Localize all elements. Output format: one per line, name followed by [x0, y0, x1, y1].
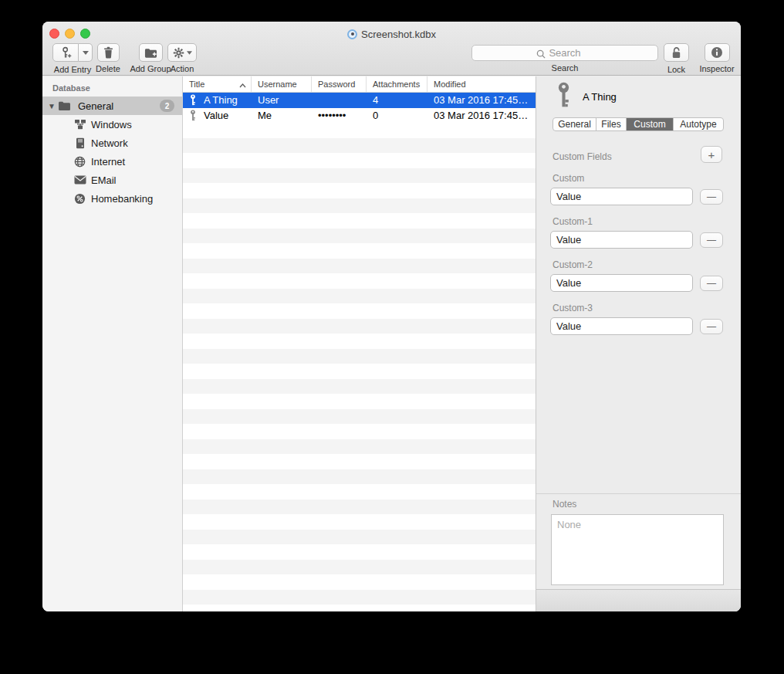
empty-table-row: [183, 289, 536, 304]
toolbar-items: Add Entry Delete Add Group: [42, 43, 741, 74]
folder-plus-icon: [144, 47, 157, 59]
tab-autotype[interactable]: Autotype: [674, 118, 723, 130]
sort-ascending-icon: [239, 80, 246, 90]
custom-fields-header: Custom Fields: [553, 151, 612, 162]
inspector-label: Inspector: [697, 64, 737, 73]
empty-table-row: [183, 138, 536, 154]
empty-table-row: [183, 364, 536, 379]
notes-textarea[interactable]: [551, 514, 724, 585]
unlock-icon: [671, 46, 682, 59]
windows-network-icon: [73, 118, 86, 131]
empty-table-row: [183, 605, 536, 611]
field-label: Custom-2: [553, 259, 593, 270]
add-entry-label: Add Entry: [50, 65, 95, 74]
column-header-modified[interactable]: Modified: [427, 76, 536, 92]
empty-table-row: [183, 303, 536, 319]
search-input[interactable]: [471, 45, 658, 61]
column-header-username[interactable]: Username: [252, 76, 312, 92]
lock-label: Lock: [664, 65, 689, 74]
custom-field-input[interactable]: [550, 231, 693, 249]
empty-table-row: [183, 514, 536, 530]
toolbar: Screenshot.kdbx Add Entry: [42, 22, 741, 76]
sidebar-item-internet[interactable]: Internet: [42, 152, 182, 171]
document-proxy-icon: [347, 29, 357, 39]
action-button[interactable]: [167, 43, 197, 62]
sidebar-item-network[interactable]: Network: [42, 134, 182, 152]
sidebar-item-label: Internet: [91, 156, 125, 168]
empty-table-row: [183, 469, 536, 485]
globe-icon: [73, 155, 86, 168]
custom-field-input[interactable]: [550, 274, 693, 292]
inspector-panel: A Thing General Files Custom Autotype Cu…: [536, 76, 741, 611]
sidebar-item-label: General: [78, 100, 113, 112]
sidebar-section-header: Database: [52, 83, 90, 93]
add-entry-dropdown-button[interactable]: [79, 43, 93, 62]
empty-table-row: [183, 530, 536, 545]
entry-table: Title Username Password Attachments Modi…: [183, 76, 536, 611]
empty-table-row: [183, 590, 536, 605]
sidebar-item-homebanking[interactable]: Homebanking: [42, 189, 182, 208]
sidebar-item-label: EMail: [91, 174, 117, 186]
empty-table-row: [183, 560, 536, 575]
app-window: Screenshot.kdbx Add Entry: [42, 22, 741, 611]
empty-table-row: [183, 500, 536, 515]
empty-table-row: [183, 439, 536, 455]
chevron-down-icon: [83, 51, 89, 55]
tab-files[interactable]: Files: [596, 118, 627, 130]
tab-custom[interactable]: Custom: [627, 118, 674, 130]
empty-table-row: [183, 319, 536, 334]
sidebar-item-label: Homebanking: [91, 193, 153, 205]
key-plus-icon: [59, 46, 73, 59]
window-title: Screenshot.kdbx: [361, 29, 436, 40]
add-custom-field-button[interactable]: +: [701, 146, 722, 163]
notes-label: Notes: [553, 499, 576, 510]
titlebar: Screenshot.kdbx: [42, 27, 741, 41]
column-header-title[interactable]: Title: [183, 76, 252, 92]
search-label: Search: [471, 63, 658, 73]
sidebar-item-email[interactable]: EMail: [42, 171, 182, 189]
empty-table-row: [183, 334, 536, 349]
action-label: Action: [166, 64, 198, 73]
empty-table-row: [183, 409, 536, 425]
column-header-attachments[interactable]: Attachments: [367, 76, 427, 92]
custom-field-input[interactable]: [550, 317, 693, 335]
remove-field-button[interactable]: —: [700, 189, 723, 205]
disclosure-triangle-icon[interactable]: ▼: [48, 102, 56, 110]
table-row[interactable]: Value Me •••••••• 0 03 Mar 2016 17:45…: [183, 108, 536, 124]
empty-table-row: [183, 273, 536, 289]
empty-table-row: [183, 454, 536, 469]
empty-table-row: [183, 424, 536, 439]
delete-label: Delete: [93, 64, 123, 73]
custom-field-input[interactable]: [550, 188, 693, 205]
empty-table-row: [183, 213, 536, 229]
remove-field-button[interactable]: —: [700, 319, 723, 334]
search-icon: [536, 48, 546, 62]
empty-table-row: [183, 229, 536, 244]
add-entry-button[interactable]: [52, 43, 79, 62]
remove-field-button[interactable]: —: [700, 276, 723, 291]
envelope-icon: [73, 174, 86, 187]
trash-icon: [103, 46, 114, 59]
empty-table-row: [183, 394, 536, 409]
notes-separator: [536, 493, 741, 494]
key-icon: [189, 94, 197, 106]
lock-button[interactable]: [664, 43, 689, 62]
inspector-tabs: General Files Custom Autotype: [553, 117, 724, 131]
add-group-button[interactable]: [139, 43, 163, 62]
tab-general[interactable]: General: [553, 118, 596, 130]
info-icon: [711, 46, 723, 59]
field-label: Custom-1: [553, 216, 593, 227]
delete-button[interactable]: [97, 43, 120, 62]
remove-field-button[interactable]: —: [700, 232, 723, 248]
sidebar-item-windows[interactable]: Windows: [42, 115, 182, 134]
sidebar-item-general[interactable]: ▼ General 2: [42, 97, 182, 115]
empty-table-row: [183, 379, 536, 395]
table-row[interactable]: A Thing User 4 03 Mar 2016 17:45…: [183, 93, 536, 108]
empty-table-row: [183, 259, 536, 274]
sidebar-item-label: Network: [91, 137, 128, 149]
empty-table-row: [183, 153, 536, 168]
column-header-password[interactable]: Password: [312, 76, 367, 92]
entry-title: A Thing: [583, 91, 617, 103]
inspector-button[interactable]: [705, 43, 730, 62]
sidebar-item-label: Windows: [91, 119, 132, 130]
